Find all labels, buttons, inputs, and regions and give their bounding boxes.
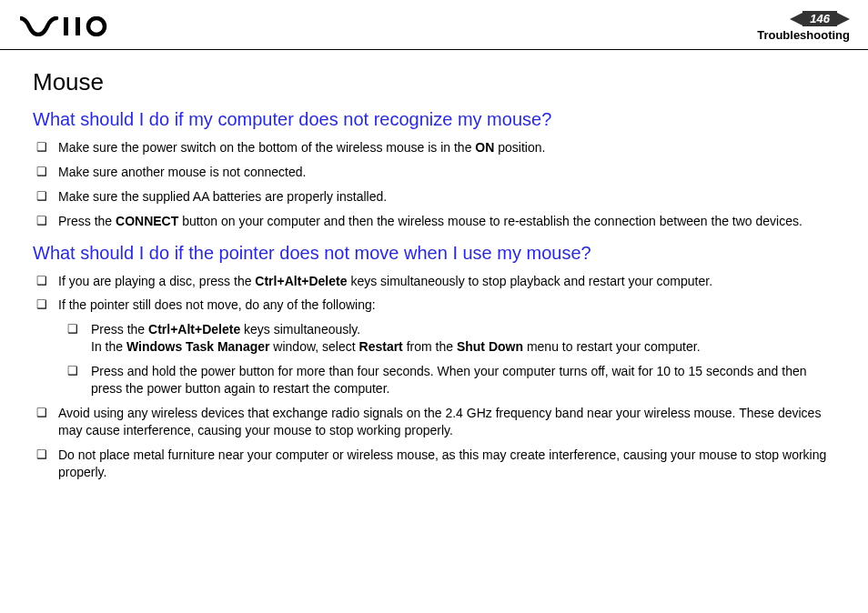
vaio-logo xyxy=(20,16,107,36)
answer-list-2: If you are playing a disc, press the Ctr… xyxy=(33,273,835,481)
text: keys simultaneously. xyxy=(240,322,360,337)
svg-rect-0 xyxy=(64,17,68,35)
text: Press the xyxy=(58,214,116,228)
bold-text: Ctrl+Alt+Delete xyxy=(255,274,347,288)
text: Press the xyxy=(91,322,148,337)
bold-text: Windows Task Manager xyxy=(126,339,270,354)
text: from the xyxy=(403,339,457,354)
bold-text: Ctrl+Alt+Delete xyxy=(148,322,240,337)
header-right: 146 Troubleshooting xyxy=(757,11,850,42)
question-heading-2: What should I do if the pointer does not… xyxy=(33,243,835,264)
list-item: Press the Ctrl+Alt+Delete keys simultane… xyxy=(64,321,835,356)
list-item: If you are playing a disc, press the Ctr… xyxy=(33,273,835,290)
text: Make sure the power switch on the bottom… xyxy=(58,140,475,155)
text: window, select xyxy=(269,339,358,354)
content-body: Mouse What should I do if my computer do… xyxy=(0,50,868,480)
list-item: Avoid using any wireless devices that ex… xyxy=(33,405,835,439)
page-header: 146 Troubleshooting xyxy=(0,0,868,50)
svg-point-2 xyxy=(88,18,105,35)
text: keys simultaneously to stop playback and… xyxy=(348,274,713,288)
text: menu to restart your computer. xyxy=(523,339,701,354)
bold-text: Restart xyxy=(359,339,403,354)
question-heading-1: What should I do if my computer does not… xyxy=(33,109,835,130)
list-item: Do not place metal furniture near your c… xyxy=(33,447,835,481)
text: If the pointer still does not move, do a… xyxy=(58,297,376,312)
list-item: Press and hold the power button for more… xyxy=(64,363,835,397)
svg-rect-1 xyxy=(76,17,80,35)
list-item: Press the CONNECT button on your compute… xyxy=(33,213,835,230)
answer-list-1: Make sure the power switch on the bottom… xyxy=(33,139,835,230)
page-title: Mouse xyxy=(33,68,835,96)
bold-text: CONNECT xyxy=(116,214,178,228)
list-item: If the pointer still does not move, do a… xyxy=(33,296,835,397)
nested-list: Press the Ctrl+Alt+Delete keys simultane… xyxy=(58,321,835,397)
page-nav: 146 xyxy=(757,11,850,26)
next-page-arrow-icon[interactable] xyxy=(837,13,850,25)
text: In the xyxy=(91,339,126,354)
bold-text: Shut Down xyxy=(457,339,523,354)
text: If you are playing a disc, press the xyxy=(58,274,255,288)
bold-text: ON xyxy=(475,140,494,155)
page-number: 146 xyxy=(802,11,837,26)
text: button on your computer and then the wir… xyxy=(178,214,802,228)
list-item: Make sure the supplied AA batteries are … xyxy=(33,188,835,206)
list-item: Make sure the power switch on the bottom… xyxy=(33,139,835,156)
prev-page-arrow-icon[interactable] xyxy=(790,13,802,25)
section-label: Troubleshooting xyxy=(757,28,850,42)
list-item: Make sure another mouse is not connected… xyxy=(33,164,835,181)
text: position. xyxy=(494,140,545,155)
